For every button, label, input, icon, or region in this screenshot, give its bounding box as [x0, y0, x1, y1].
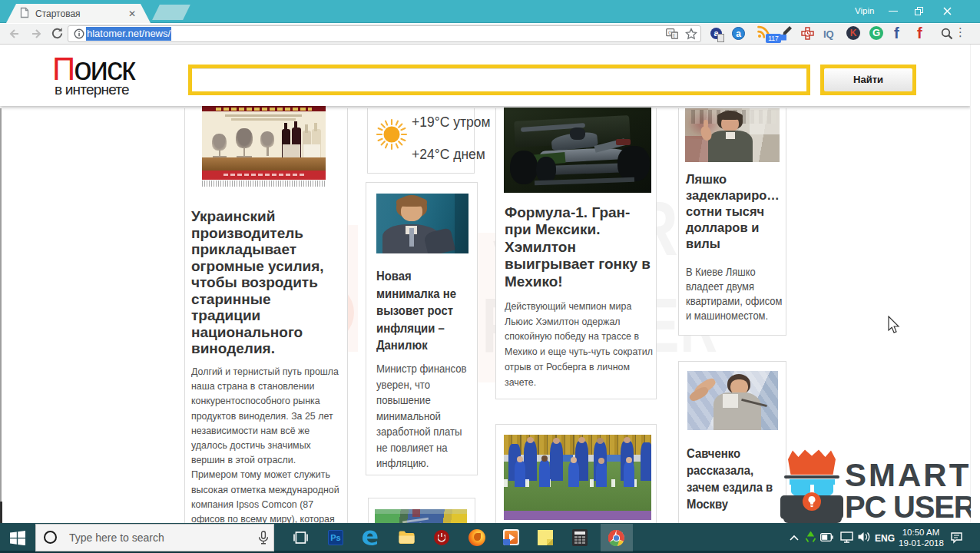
- svg-text:t: t: [674, 33, 675, 38]
